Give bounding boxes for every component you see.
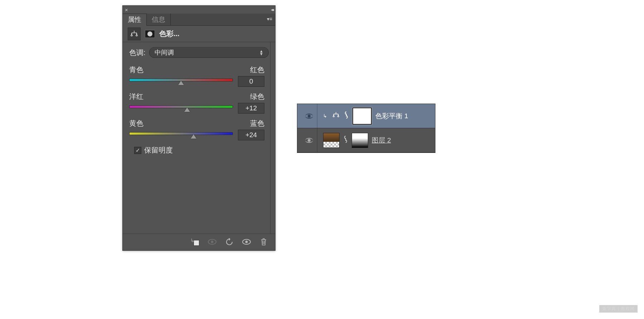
tone-label: 色调: bbox=[129, 48, 146, 58]
clip-indicator-icon: ↳ bbox=[323, 113, 328, 119]
slider-yb-track[interactable] bbox=[129, 131, 233, 139]
collapse-icon[interactable]: ◂◂ bbox=[271, 7, 273, 12]
color-balance-mini-icon bbox=[332, 111, 340, 121]
layer-mask-thumb[interactable] bbox=[352, 108, 372, 125]
slider-yb-value[interactable]: +24 bbox=[238, 130, 264, 140]
slider-mg-track[interactable] bbox=[129, 105, 233, 112]
close-icon[interactable]: × bbox=[125, 7, 128, 13]
slider-cr-value[interactable]: 0 bbox=[238, 76, 264, 87]
visibility-toggle[interactable] bbox=[301, 128, 317, 152]
adjustment-title: 色彩... bbox=[159, 29, 180, 39]
panel-titlebar[interactable]: × ◂◂ bbox=[123, 6, 275, 14]
trash-button[interactable] bbox=[259, 237, 269, 247]
tone-row: 色调: 中间调 ▲▼ bbox=[129, 47, 269, 58]
label-green: 绿色 bbox=[250, 92, 264, 101]
chevron-updown-icon: ▲▼ bbox=[259, 50, 263, 55]
view-previous-state-button[interactable] bbox=[207, 237, 217, 247]
reset-button[interactable] bbox=[224, 237, 234, 247]
tone-dropdown-value: 中间调 bbox=[155, 48, 174, 57]
tab-properties-label: 属性 bbox=[128, 15, 141, 24]
slider-cyan-red: 青色 红色 0 bbox=[129, 65, 269, 87]
preserve-luminosity-label: 保留明度 bbox=[144, 145, 173, 155]
layer-row-color-balance[interactable]: ↳ 色彩平衡 1 bbox=[297, 104, 435, 128]
watermark: 查字典 | 教程网 bbox=[599, 305, 638, 313]
label-red: 红色 bbox=[250, 65, 264, 75]
tone-dropdown[interactable]: 中间调 ▲▼ bbox=[149, 47, 269, 58]
clip-to-layer-button[interactable]: ↳ bbox=[190, 237, 200, 247]
panel-footer: ↳ bbox=[123, 234, 275, 249]
slider-magenta-green: 洋红 绿色 +12 bbox=[129, 92, 269, 114]
link-icon[interactable] bbox=[343, 135, 348, 145]
panel-tabs: 属性 信息 ▾≡ bbox=[123, 14, 275, 26]
label-yellow: 黄色 bbox=[129, 119, 143, 128]
label-cyan: 青色 bbox=[129, 65, 143, 75]
properties-panel: × ◂◂ 属性 信息 ▾≡ 色彩... 色调: 中间调 ▲▼ bbox=[122, 5, 275, 251]
slider-mg-value[interactable]: +12 bbox=[238, 103, 264, 114]
label-magenta: 洋红 bbox=[129, 92, 143, 101]
layer-image-thumb[interactable] bbox=[323, 133, 340, 148]
visibility-toggle[interactable] bbox=[301, 104, 317, 128]
layer-mask-icon[interactable] bbox=[143, 28, 156, 40]
panel-content: 色调: 中间调 ▲▼ 青色 红色 0 洋红 绿 bbox=[123, 42, 275, 234]
toggle-visibility-button[interactable] bbox=[241, 237, 252, 247]
svg-point-3 bbox=[245, 240, 248, 243]
adjustment-header: 色彩... bbox=[123, 26, 275, 42]
tab-info-label: 信息 bbox=[152, 15, 165, 24]
color-balance-icon[interactable] bbox=[128, 28, 141, 40]
panel-scrollbar[interactable] bbox=[270, 42, 274, 234]
slider-cr-track[interactable] bbox=[129, 78, 233, 85]
slider-yellow-blue: 黄色 蓝色 +24 bbox=[129, 119, 269, 140]
layers-panel-excerpt: ↳ 色彩平衡 1 图层 2 bbox=[297, 104, 435, 153]
layer-mask-thumb[interactable] bbox=[352, 133, 368, 148]
preserve-luminosity-row[interactable]: ✓ 保留明度 bbox=[134, 145, 269, 155]
preserve-luminosity-checkbox[interactable]: ✓ bbox=[134, 147, 141, 154]
tab-info[interactable]: 信息 bbox=[147, 14, 171, 25]
link-icon[interactable] bbox=[344, 111, 349, 121]
tab-properties[interactable]: 属性 bbox=[123, 14, 147, 26]
label-blue: 蓝色 bbox=[250, 119, 264, 128]
panel-menu-icon[interactable]: ▾≡ bbox=[267, 16, 272, 22]
layer-row-image[interactable]: 图层 2 bbox=[297, 128, 435, 153]
svg-point-1 bbox=[211, 240, 214, 243]
eye-icon bbox=[305, 114, 313, 119]
layer-name[interactable]: 色彩平衡 1 bbox=[375, 111, 408, 121]
layer-name[interactable]: 图层 2 bbox=[372, 136, 391, 145]
eye-icon bbox=[305, 138, 313, 143]
